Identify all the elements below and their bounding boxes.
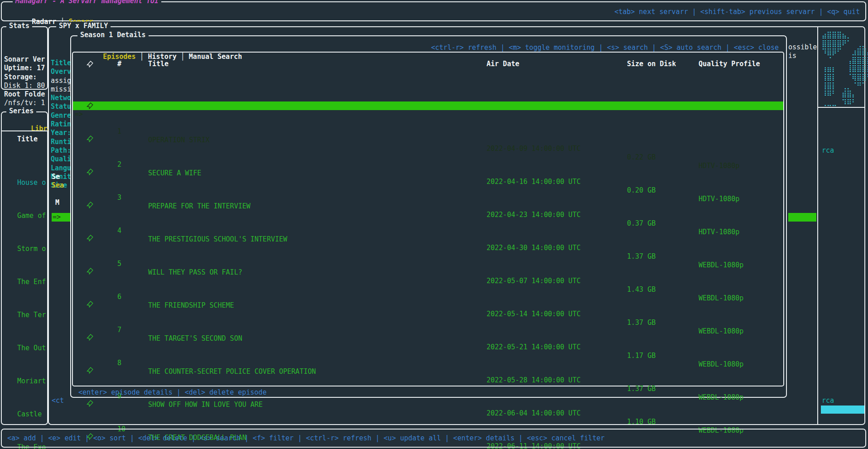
series-list-item[interactable]: The Out <box>3 344 46 352</box>
series-details-title: SPY x FAMILY <box>56 22 111 30</box>
episode-air-date: 2022-05-14 14:00:00 UTC <box>487 310 581 319</box>
series-field-label-text: Runti <box>51 138 71 146</box>
episode-size-on-disk: 1.37 GB <box>627 252 656 261</box>
tag-icon <box>87 235 93 244</box>
episode-row[interactable]: 3 PREPARE FOR THE INTERVIEW 2022-04-23 1… <box>73 168 783 176</box>
stats-line: Disk 1: 80 <box>4 82 46 90</box>
stats-line: Root Folde <box>4 90 46 99</box>
series-list-item[interactable]: The Ter <box>3 311 46 319</box>
episode-row[interactable]: 6 THE FRIENDSHIP SCHEME 2022-05-14 14:00… <box>73 267 783 275</box>
stats-line: Uptime: 17 <box>4 64 46 72</box>
series-panel: Series Library │ Title House o Game of S… <box>1 111 48 425</box>
episode-row[interactable]: 10 THE GREAT DODGEBALL PLAN 2022-06-11 1… <box>73 399 783 408</box>
episode-air-date: 2022-06-04 14:00:00 UTC <box>487 409 581 418</box>
series-list-item[interactable]: Castle <box>3 410 46 419</box>
stats-line-text: Sonarr Ver <box>4 55 45 63</box>
detail-value-fragment: rca <box>822 146 834 155</box>
episode-air-date: 2022-05-07 14:00:00 UTC <box>487 277 581 285</box>
bottom-keybind-bar: <a> add | <e> edit | <o> sort | <del> de… <box>1 429 866 448</box>
tag-icon <box>87 268 93 277</box>
series-title-text: The Ter <box>17 311 46 319</box>
popup-title: Season 1 Details <box>77 31 149 39</box>
series-field-label-text: Path: <box>51 146 71 154</box>
selected-item-fragment-bar[interactable] <box>821 406 864 414</box>
series-field-label-text: Quali <box>51 155 71 163</box>
series-title-text: The Enf <box>17 278 46 286</box>
stats-panel-title: Stats <box>6 22 32 30</box>
episode-air-date: 2022-05-28 14:00:00 UTC <box>487 376 581 385</box>
header-size-on-disk: Size on Disk <box>627 60 676 68</box>
series-field-label-text: Ratin <box>51 120 71 128</box>
tag-icon <box>87 135 93 145</box>
stats-line-text: Root Folde <box>4 90 45 98</box>
series-field-label-text: Title <box>51 59 71 67</box>
series-column-header: Title <box>17 135 38 144</box>
series-field-label: missi <box>51 85 72 94</box>
episode-row[interactable]: 7 THE TARGET'S SECOND SON 2022-05-21 14:… <box>73 300 783 309</box>
series-field-labels: TitleOvervassigmissiNetwoStatuGenreRatin… <box>51 34 72 190</box>
series-field-label-text: Year: <box>51 129 71 137</box>
episodes-table: # Title Air Date Size on Disk Quality Pr… <box>72 52 784 386</box>
series-field-label: Quali <box>51 155 72 164</box>
series-list-item[interactable]: House o <box>3 179 46 187</box>
tag-icon <box>87 202 93 211</box>
stats-line-text: Disk 1: 80 <box>4 82 45 90</box>
series-field-label-text: Statu <box>51 102 71 111</box>
episode-air-date: 2022-04-16 14:00:00 UTC <box>487 178 581 186</box>
episode-row[interactable]: 5 WILL THEY PASS OR FAIL? 2022-05-07 14:… <box>73 234 783 242</box>
stats-panel: Stats Sonarr VerUptime: 17Storage:Disk 1… <box>1 26 48 90</box>
episode-size-on-disk: 1.10 GB <box>627 418 656 426</box>
series-title-text: Castle <box>17 410 42 418</box>
series-field-label: Path: <box>51 146 72 155</box>
library-divider <box>2 130 47 131</box>
episode-air-date: 2022-05-21 14:00:00 UTC <box>487 343 581 352</box>
episode-air-date: 2022-04-23 14:00:00 UTC <box>487 211 581 219</box>
selected-season-row-fragment[interactable]: => <box>52 213 73 222</box>
series-list-item[interactable]: Game of <box>3 212 46 220</box>
episode-air-date: 2022-04-09 14:00:00 UTC <box>487 145 581 153</box>
episode-row[interactable]: 2 SECURE A WIFE 2022-04-16 14:00:00 UTC … <box>73 135 783 143</box>
overview-fragment: ossible <box>788 43 817 52</box>
header-number: # <box>117 60 121 68</box>
overview-fragment: is <box>788 52 796 60</box>
top-tab-bar: Managarr - A Servarr management TUI Rada… <box>1 1 866 21</box>
season-details-popup: Season 1 Details Episodes │ History │ Ma… <box>70 35 787 398</box>
series-field-label: Overv <box>51 68 72 76</box>
series-field-label-text: Langu <box>51 164 71 172</box>
episode-air-date: 2022-04-30 14:00:00 UTC <box>487 244 581 252</box>
series-list: House o Game of Storm o The Enf The Ter … <box>3 146 46 449</box>
series-field-label-text: assig <box>51 77 71 85</box>
episode-row[interactable]: => 1 OPERATION STRIX 2022-04-09 14:00:00… <box>73 101 783 110</box>
selected-season-row-fragment-right[interactable] <box>788 213 816 222</box>
episode-row[interactable]: 9 SHOW OFF HOW IN LOVE YOU ARE 2022-06-0… <box>73 366 783 375</box>
episode-row[interactable]: 4 THE PRESTIGIOUS SCHOOL'S INTERVIEW 202… <box>73 201 783 209</box>
header-quality-profile: Quality Profile <box>699 60 760 68</box>
stats-line: /nfs/tv: 1 <box>4 99 46 107</box>
seasons-header-fragment: M <box>55 198 59 207</box>
series-field-label: Ratin <box>51 120 72 129</box>
popup-footer-keybinds: <enter> episode details | <del> delete e… <box>78 388 266 397</box>
series-field-label: Langu <box>51 164 72 173</box>
episode-row[interactable]: 8 THE COUNTER-SECRET POLICE COVER OPERAT… <box>73 333 783 342</box>
stats-line-text: Storage: <box>4 73 37 81</box>
series-list-item[interactable]: The Enf <box>3 278 46 286</box>
series-list-item[interactable]: Moriart <box>3 377 46 386</box>
episode-size-on-disk: 0.22 GB <box>627 153 656 162</box>
series-list-item[interactable]: Storm o <box>3 245 46 253</box>
series-title-text: Game of <box>17 212 46 220</box>
seasons-panel-title-fragment: Se <box>52 173 60 181</box>
tag-icon <box>87 169 93 178</box>
episode-size-on-disk: 0.20 GB <box>627 186 656 195</box>
series-field-label-text: Netwo <box>51 94 71 102</box>
series-title-text: The Out <box>17 344 46 352</box>
episodes-table-header: # Title Air Date Size on Disk Quality Pr… <box>73 60 783 68</box>
stats-lines: Sonarr VerUptime: 17Storage:Disk 1: 80Ro… <box>4 31 46 108</box>
series-field-label: Netwo <box>51 94 72 102</box>
episode-size-on-disk: 1.37 GB <box>627 319 656 327</box>
detail-value-fragment: rca <box>822 396 834 405</box>
tag-icon <box>87 301 93 310</box>
episode-size-on-disk: 0.37 GB <box>627 219 656 228</box>
stats-line-text: Uptime: 17 <box>4 64 45 72</box>
tab-radarr[interactable]: Radarr <box>32 18 56 26</box>
season-selection-arrow: => <box>53 213 61 221</box>
